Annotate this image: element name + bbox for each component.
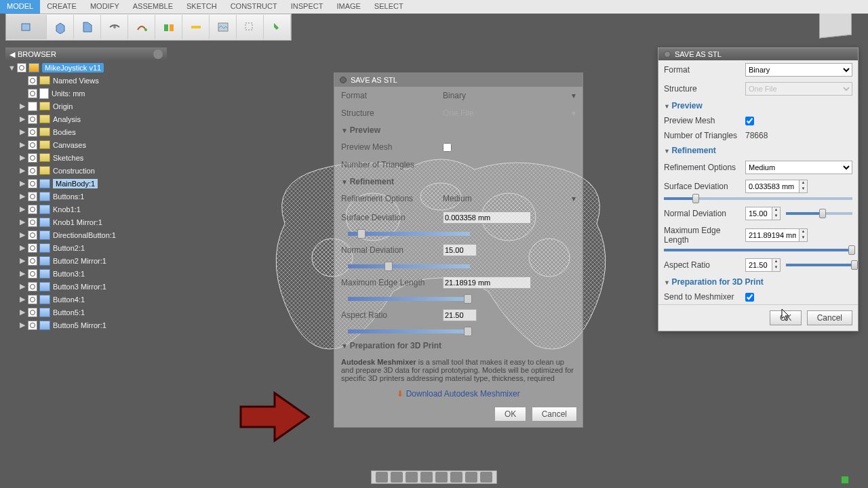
tool-create-box[interactable] — [47, 15, 74, 39]
visibility-toggle[interactable] — [28, 153, 37, 163]
triangle-icon[interactable]: ▶ — [19, 230, 26, 239]
look-icon[interactable] — [435, 472, 448, 483]
triangle-icon[interactable]: ▶ — [19, 102, 26, 110]
display-icon[interactable] — [450, 472, 462, 483]
menu-modify[interactable]: MODIFY — [83, 0, 126, 14]
tree-item[interactable]: ▶DirectionalButton:1 — [5, 228, 167, 241]
format-select[interactable]: Binary — [745, 63, 852, 77]
tree-item[interactable]: ▶Knob1 Mirror:1 — [5, 216, 167, 228]
chevron-left-icon[interactable]: ◀ — [9, 50, 15, 59]
visibility-toggle[interactable] — [28, 295, 37, 304]
browser-header[interactable]: ◀ BROWSER — [5, 47, 167, 61]
triangle-icon[interactable]: ▶ — [19, 321, 26, 329]
orbit-icon[interactable] — [376, 472, 388, 483]
fit-icon[interactable] — [420, 472, 433, 483]
visibility-toggle[interactable] — [28, 115, 37, 124]
triangle-icon[interactable]: ▶ — [19, 127, 26, 136]
triangle-icon[interactable]: ▶ — [19, 269, 26, 278]
viewcube[interactable] — [819, 9, 856, 42]
visibility-toggle[interactable] — [28, 308, 37, 317]
visibility-toggle[interactable] — [28, 102, 37, 111]
tool-select-window[interactable] — [237, 15, 264, 39]
tree-item[interactable]: ▶Button2 Mirror:1 — [5, 254, 167, 267]
visibility-toggle[interactable] — [17, 63, 26, 73]
prep-section[interactable]: Preparation for 3D Print — [334, 338, 583, 354]
tool-modify-fillet[interactable] — [74, 15, 101, 39]
cancel-button[interactable]: Cancel — [807, 310, 852, 325]
normal-deviation-input[interactable] — [745, 207, 772, 220]
visibility-toggle[interactable] — [28, 218, 37, 227]
surface-deviation-slider[interactable] — [348, 232, 470, 236]
tool-image-attach[interactable] — [210, 15, 237, 39]
grid-icon[interactable] — [465, 472, 477, 483]
visibility-toggle[interactable] — [28, 179, 37, 188]
max-edge-slider[interactable] — [348, 297, 470, 301]
spinner[interactable]: ▲▼ — [772, 207, 781, 220]
triangle-icon[interactable]: ▶ — [19, 166, 26, 175]
triangle-icon[interactable]: ▶ — [19, 243, 26, 252]
tree-item[interactable]: ▶Analysis — [5, 113, 167, 125]
ok-button[interactable]: OK — [494, 407, 526, 422]
surface-deviation-input[interactable] — [443, 211, 531, 224]
tree-item[interactable]: ▶Bodies — [5, 125, 167, 138]
preview-section[interactable]: Preview — [334, 122, 583, 138]
triangle-icon[interactable]: ▶ — [19, 256, 26, 265]
menu-sketch[interactable]: SKETCH — [180, 0, 224, 14]
prep-section[interactable]: Preparation for 3D Print — [658, 274, 858, 289]
tree-item[interactable]: ▶Button2:1 — [5, 241, 167, 254]
download-meshmixer-link[interactable]: ⬇ Download Autodesk Meshmixer — [334, 386, 583, 401]
tree-item[interactable]: Units: mm — [5, 87, 167, 100]
surface-deviation-slider[interactable] — [664, 197, 852, 200]
visibility-toggle[interactable] — [28, 321, 37, 330]
normal-deviation-input[interactable] — [443, 244, 477, 256]
aspect-slider[interactable] — [348, 329, 470, 333]
triangle-icon[interactable]: ▶ — [19, 205, 26, 214]
cancel-button[interactable]: Cancel — [532, 407, 577, 422]
visibility-toggle[interactable] — [28, 205, 37, 214]
visibility-toggle[interactable] — [28, 166, 37, 176]
aspect-input[interactable] — [443, 309, 477, 321]
tree-item[interactable]: ▶Button3:1 — [5, 267, 167, 280]
tree-item[interactable]: Named Views — [5, 74, 167, 87]
tool-select-paint[interactable] — [264, 15, 291, 39]
triangle-icon[interactable]: ▶ — [19, 115, 26, 123]
send-meshmixer-checkbox[interactable] — [745, 293, 754, 302]
tree-item[interactable]: ▶Button5:1 — [5, 306, 167, 319]
preview-section[interactable]: Preview — [658, 98, 858, 113]
menu-select[interactable]: SELECT — [368, 0, 410, 14]
visibility-toggle[interactable] — [28, 192, 37, 201]
tool-box-primitive[interactable] — [6, 15, 47, 39]
tree-item[interactable]: ▶Canvases — [5, 138, 167, 151]
triangle-icon[interactable]: ▶ — [19, 218, 26, 226]
visibility-toggle[interactable] — [28, 256, 37, 266]
tool-inspect-measure[interactable] — [182, 15, 210, 39]
chevron-down-icon[interactable]: ▾ — [572, 194, 576, 203]
max-edge-input[interactable] — [443, 277, 531, 289]
tree-item[interactable]: ▶Button3 Mirror:1 — [5, 280, 167, 293]
max-edge-slider[interactable] — [664, 249, 852, 251]
spinner[interactable]: ▲▼ — [800, 180, 808, 193]
tree-item[interactable]: ▶Button4:1 — [5, 293, 167, 306]
tree-item[interactable]: ▶Construction — [5, 164, 167, 177]
triangle-icon[interactable]: ▶ — [19, 282, 26, 291]
visibility-toggle[interactable] — [28, 269, 37, 279]
visibility-toggle[interactable] — [28, 127, 37, 137]
normal-deviation-slider[interactable] — [348, 264, 470, 268]
zoom-icon[interactable] — [406, 472, 418, 483]
tree-item[interactable]: ▶MainBody:1 — [5, 177, 167, 190]
visibility-toggle[interactable] — [28, 140, 37, 150]
menu-assemble[interactable]: ASSEMBLE — [126, 0, 180, 14]
triangle-icon[interactable]: ▶ — [19, 153, 26, 162]
max-edge-input[interactable] — [745, 228, 800, 242]
snap-icon[interactable] — [480, 472, 492, 483]
visibility-toggle[interactable] — [28, 230, 37, 240]
refinement-select[interactable]: Medium — [745, 161, 852, 174]
ok-button[interactable]: OK — [770, 310, 802, 325]
tool-assemble-joint[interactable] — [101, 15, 128, 39]
refinement-section[interactable]: Refinement — [334, 174, 583, 190]
visibility-toggle[interactable] — [28, 243, 37, 253]
refinement-section[interactable]: Refinement — [658, 143, 858, 158]
menu-construct[interactable]: CONSTRUCT — [224, 0, 284, 14]
menu-create[interactable]: CREATE — [40, 0, 83, 14]
visibility-toggle[interactable] — [28, 282, 37, 291]
